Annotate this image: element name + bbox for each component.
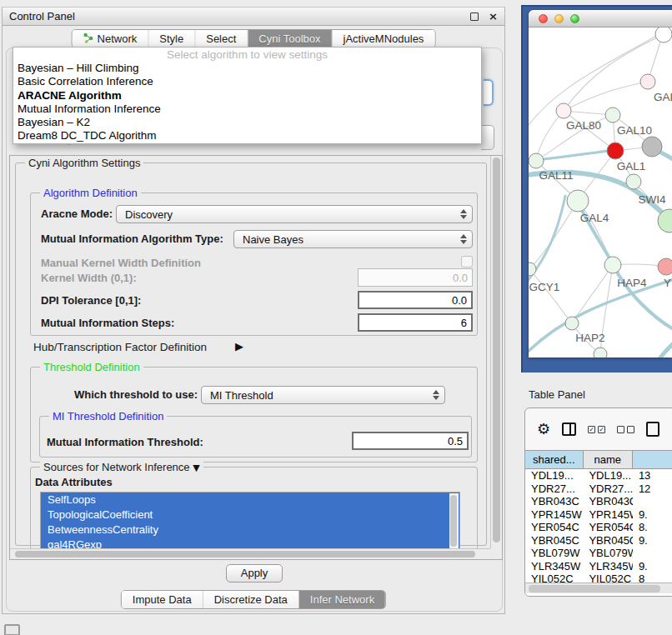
- tab-select[interactable]: Select: [195, 30, 248, 48]
- algorithm-option[interactable]: Bayesian – Hill Climbing: [13, 62, 481, 75]
- network-node-gal11[interactable]: [529, 153, 544, 168]
- mi-algorithm-type-value: Naive Bayes: [243, 233, 303, 246]
- table-row[interactable]: YBR045CYBR045C9.: [525, 534, 672, 548]
- algorithm-dropdown-placeholder: Select algorithm to view settings: [13, 48, 481, 62]
- data-attribute-item[interactable]: TopologicalCoefficient: [41, 508, 459, 522]
- hidden-focused-combo-fragment: [484, 79, 494, 106]
- table-row[interactable]: YPR145WYPR145W9.: [525, 508, 672, 522]
- float-panel-icon[interactable]: [470, 12, 479, 21]
- apply-button[interactable]: Apply: [226, 564, 283, 582]
- table-horizontal-scrollbar[interactable]: [525, 582, 672, 593]
- aracne-mode-combo[interactable]: Discovery: [116, 205, 473, 223]
- table-panel-title: Table Panel: [529, 388, 585, 401]
- network-canvas[interactable]: GALGAL80GAL10GAL1GAL11SWI4GAL4HAP4YGCY1H…: [529, 28, 672, 358]
- network-node[interactable]: [594, 348, 607, 358]
- table-cell: 13: [633, 469, 672, 482]
- columns-icon[interactable]: [562, 422, 576, 436]
- which-threshold-combo[interactable]: MI Threshold: [201, 386, 445, 404]
- mi-threshold-label: Mutual Information Threshold:: [47, 436, 203, 448]
- threshold-definition-group: Threshold Definition Which threshold to …: [30, 367, 478, 462]
- network-node-gal1[interactable]: [607, 142, 624, 159]
- mi-algorithm-type-combo[interactable]: Naive Bayes: [233, 230, 473, 248]
- tab-network[interactable]: Network: [73, 30, 149, 48]
- table-row[interactable]: YDL19...YDL19...13: [525, 469, 672, 482]
- table-cell: YLR345W: [525, 560, 583, 573]
- tab-infer-network[interactable]: Infer Network: [299, 591, 385, 608]
- network-edge: [564, 82, 648, 111]
- network-node-gal[interactable]: [640, 74, 655, 89]
- table-row[interactable]: YBL079WYBL079W: [525, 547, 672, 560]
- tab-cyni-toolbox[interactable]: Cyni Toolbox: [248, 30, 332, 48]
- attributes-list-scrollbar[interactable]: [449, 493, 459, 552]
- mi-threshold-field[interactable]: [352, 432, 469, 450]
- dpi-tolerance-label: DPI Tolerance [0,1]:: [41, 294, 141, 307]
- table-cell: YBR045C: [525, 534, 583, 548]
- algorithm-option[interactable]: Bayesian – K2: [13, 116, 481, 129]
- hide-columns-icon[interactable]: [617, 426, 634, 433]
- network-node-label: GAL: [654, 91, 672, 103]
- data-attribute-item[interactable]: SelfLoops: [41, 492, 459, 508]
- network-node-hap4[interactable]: [604, 257, 621, 273]
- algorithm-option[interactable]: Mutual Information Inference: [13, 102, 481, 116]
- algorithm-definition-group: Algorithm Definition Aracne Mode: Discov…: [30, 192, 478, 336]
- tab-impute-data[interactable]: Impute Data: [122, 591, 203, 608]
- network-node-label: Y: [664, 277, 671, 289]
- table-row[interactable]: YBR043CYBR043C: [525, 495, 672, 508]
- table-cell: 9.: [633, 508, 672, 522]
- tab-label: jActiveMNodules: [344, 32, 424, 45]
- table-row[interactable]: YER054CYER054C8.: [525, 521, 672, 534]
- cyni-algorithm-settings-group: Cyni Algorithm Settings Algorithm Defini…: [15, 162, 487, 546]
- table-cell: YLR345W: [583, 560, 632, 573]
- network-node-label: GAL11: [539, 169, 573, 182]
- table-cell: YER054C: [583, 521, 632, 534]
- network-node-hap2[interactable]: [565, 317, 579, 330]
- table-row[interactable]: YDR27...YDR27...12: [525, 482, 672, 496]
- network-node-gal10[interactable]: [605, 108, 620, 122]
- tab-jactivemnodules[interactable]: jActiveMNodules: [333, 30, 435, 48]
- sources-collapse-icon[interactable]: ▼: [193, 462, 199, 473]
- cyni-bottom-tabbar: Impute DataDiscretize DataInfer Network: [121, 590, 386, 609]
- network-node-gal80[interactable]: [556, 103, 571, 118]
- mi-steps-label: Mutual Information Steps:: [41, 317, 174, 329]
- network-node-swi4[interactable]: [626, 174, 641, 189]
- zoom-window-icon[interactable]: [570, 14, 579, 23]
- table-cell: [633, 547, 672, 560]
- network-node-label: HAP4: [617, 277, 647, 289]
- minimize-window-icon[interactable]: [554, 14, 564, 23]
- table-column-header[interactable]: name: [584, 451, 633, 468]
- network-node-y[interactable]: [658, 258, 672, 275]
- network-window-titlebar[interactable]: [529, 10, 672, 28]
- settings-horizontal-scrollbar[interactable]: [10, 548, 490, 559]
- table-column-header[interactable]: shared...: [525, 451, 584, 468]
- control-panel-titlebar[interactable]: Control Panel ×: [3, 8, 504, 26]
- network-edge: [536, 111, 564, 161]
- algorithm-option[interactable]: Basic Correlation Inference: [13, 75, 481, 88]
- tab-discretize-data[interactable]: Discretize Data: [203, 591, 299, 608]
- manual-kernel-width-checkbox[interactable]: [461, 256, 473, 268]
- network-node[interactable]: [655, 28, 672, 42]
- settings-vertical-scrollbar[interactable]: [490, 156, 502, 548]
- collapsed-panel-icon[interactable]: [4, 624, 20, 635]
- close-panel-icon[interactable]: ×: [489, 12, 498, 21]
- kernel-width-field[interactable]: [358, 268, 473, 287]
- function-builder-icon[interactable]: [646, 422, 659, 437]
- hub-expander-icon[interactable]: ▶: [235, 340, 243, 352]
- network-node-gcy1[interactable]: [529, 262, 536, 276]
- table-toolbar: ⚙ ✓✓: [525, 408, 672, 450]
- network-node-gal4[interactable]: [567, 190, 589, 212]
- dpi-tolerance-field[interactable]: [358, 291, 473, 309]
- network-node[interactable]: [642, 137, 662, 157]
- table-row[interactable]: YLR345WYLR345W9.: [525, 560, 672, 573]
- data-attribute-item[interactable]: BetweennessCentrality: [41, 522, 459, 538]
- show-columns-icon[interactable]: ✓✓: [588, 426, 605, 433]
- mi-algorithm-type-label: Mutual Information Algorithm Type:: [41, 232, 223, 245]
- table-column-header[interactable]: [633, 451, 672, 468]
- close-window-icon[interactable]: [539, 14, 548, 23]
- tab-label: Impute Data: [133, 593, 192, 606]
- algorithm-option[interactable]: Dream8 DC_TDC Algorithm: [13, 129, 481, 142]
- mi-steps-field[interactable]: [358, 313, 473, 332]
- gear-icon[interactable]: ⚙: [537, 422, 550, 437]
- tab-style[interactable]: Style: [148, 30, 195, 48]
- algorithm-option[interactable]: ARACNE Algorithm: [13, 89, 481, 102]
- network-window: GALGAL80GAL10GAL1GAL11SWI4GAL4HAP4YGCY1H…: [529, 10, 672, 358]
